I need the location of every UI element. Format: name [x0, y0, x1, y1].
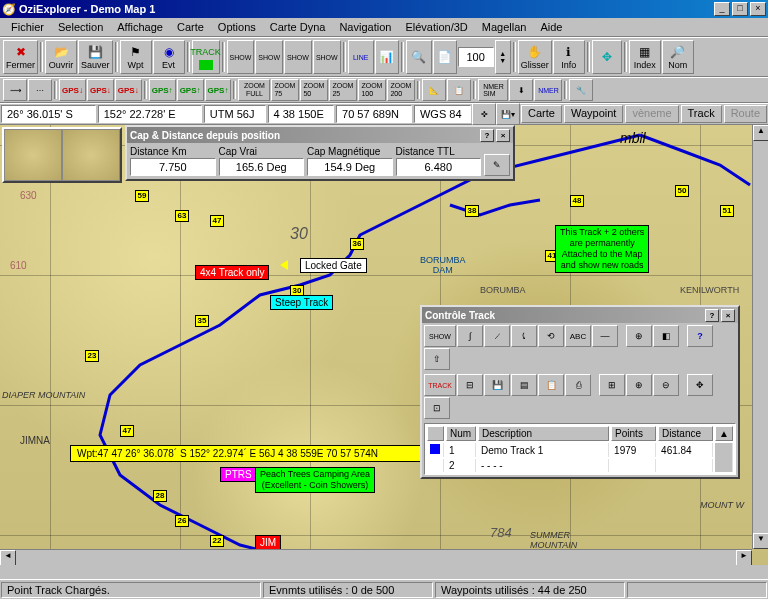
show-btn-3[interactable]: SHOW: [284, 40, 312, 74]
menu-affichage[interactable]: Affichage: [110, 19, 170, 35]
info-button[interactable]: ℹInfo: [553, 40, 585, 74]
panel-help-button[interactable]: ?: [705, 309, 719, 322]
evt-button[interactable]: ◉Evt: [153, 40, 185, 74]
waypoint-marker[interactable]: 50: [675, 185, 689, 197]
menu-navigation[interactable]: Navigation: [332, 19, 398, 35]
waypoint-marker[interactable]: 47: [210, 215, 224, 227]
track-tb2-1[interactable]: ⊟: [457, 374, 483, 396]
menu-carte-dyna[interactable]: Carte Dyna: [263, 19, 333, 35]
zoom-75[interactable]: ZOOM 75: [271, 79, 299, 101]
panel-close-button[interactable]: ×: [721, 309, 735, 322]
track-tool-1[interactable]: ∫: [457, 325, 483, 347]
map-viewport[interactable]: 59 63 47 36 23 35 30 38 48 50 51 43 41 2…: [0, 125, 768, 565]
col-desc[interactable]: Description: [478, 426, 609, 441]
pick-icon-button[interactable]: ✜: [472, 103, 496, 125]
name-button[interactable]: 🔎Nom: [662, 40, 694, 74]
waypoint-marker[interactable]: 63: [175, 210, 189, 222]
gps-btn-5[interactable]: GPS↑: [177, 79, 204, 101]
disk-icon-button[interactable]: 💾▾: [496, 103, 520, 125]
track-help-button[interactable]: ?: [687, 325, 713, 347]
zoom-value-input[interactable]: [458, 47, 494, 67]
menu-aide[interactable]: Aide: [533, 19, 569, 35]
track-tool-3[interactable]: ⤹: [511, 325, 537, 347]
show-btn-4[interactable]: SHOW: [313, 40, 341, 74]
zoom-tool[interactable]: 🔍: [406, 40, 432, 74]
nmea-sim[interactable]: NMERSIM: [478, 79, 508, 101]
track-tool-7[interactable]: ◧: [653, 325, 679, 347]
panel-help-button[interactable]: ?: [480, 129, 494, 142]
nmea-btn[interactable]: NMER: [534, 79, 562, 101]
gps-btn-3[interactable]: GPS↓: [115, 79, 142, 101]
col-distance[interactable]: Distance: [658, 426, 713, 441]
wpt-button[interactable]: ⚑Wpt: [120, 40, 152, 74]
tb2-misc-2[interactable]: 📋: [447, 79, 471, 101]
drag-button[interactable]: ✋Glisser: [518, 40, 552, 74]
menu-selection[interactable]: Selection: [51, 19, 110, 35]
menu-magellan[interactable]: Magellan: [475, 19, 534, 35]
line-button[interactable]: LINE: [348, 40, 374, 74]
show-btn-1[interactable]: SHOW: [227, 40, 255, 74]
track-tool-5[interactable]: —: [592, 325, 618, 347]
waypoint-marker[interactable]: 35: [195, 315, 209, 327]
tb2-btn-1[interactable]: ⟿: [3, 79, 27, 101]
maximize-button[interactable]: □: [732, 2, 748, 16]
waypoint-marker[interactable]: 51: [720, 205, 734, 217]
scroll-right-button[interactable]: ►: [736, 550, 752, 565]
waypoint-marker[interactable]: 23: [85, 350, 99, 362]
track-tb2-6[interactable]: ⊞: [599, 374, 625, 396]
scroll-left-button[interactable]: ◄: [0, 550, 16, 565]
menu-elevation[interactable]: Elévation/3D: [398, 19, 474, 35]
waypoint-marker[interactable]: 26: [175, 515, 189, 527]
save-button[interactable]: 💾Sauver: [78, 40, 113, 74]
track-show-btn[interactable]: SHOW: [424, 325, 456, 347]
zoom-200[interactable]: ZOOM 200: [387, 79, 415, 101]
track-tool-abc[interactable]: ABC: [565, 325, 591, 347]
col-points[interactable]: Points: [611, 426, 656, 441]
track-tb2-10[interactable]: ⊡: [424, 397, 450, 419]
track-tool-4[interactable]: ⟲: [538, 325, 564, 347]
col-num[interactable]: Num: [446, 426, 476, 441]
col-scroll[interactable]: ▲: [715, 426, 733, 441]
waypoint-marker[interactable]: 48: [570, 195, 584, 207]
track-tb2-9[interactable]: ✥: [687, 374, 713, 396]
close-map-button[interactable]: ✖Fermer: [3, 40, 38, 74]
scroll-down-button[interactable]: ▼: [753, 533, 768, 549]
waypoint-marker[interactable]: 38: [465, 205, 479, 217]
close-button[interactable]: ×: [750, 2, 766, 16]
index-button[interactable]: ▦Index: [629, 40, 661, 74]
carte-tab[interactable]: Carte: [521, 105, 562, 123]
track-mode-button[interactable]: TRACK: [192, 40, 220, 74]
menu-fichier[interactable]: Fichier: [4, 19, 51, 35]
evenement-tab[interactable]: vèneme: [625, 105, 678, 123]
tool-btn-2[interactable]: 📄: [433, 40, 457, 74]
track-save-button[interactable]: 💾: [484, 374, 510, 396]
route-tab[interactable]: Route: [724, 105, 767, 123]
pan-arrows-button[interactable]: ✥: [592, 40, 622, 74]
track-mode-btn[interactable]: TRACK: [424, 374, 456, 396]
show-btn-2[interactable]: SHOW: [255, 40, 283, 74]
zoom-full[interactable]: ZOOM FULL: [238, 79, 270, 101]
zoom-50[interactable]: ZOOM 50: [300, 79, 328, 101]
panel-close-button[interactable]: ×: [496, 129, 510, 142]
gps-btn-2[interactable]: GPS↓: [87, 79, 114, 101]
cap-panel-titlebar[interactable]: Cap & Distance depuis position ? ×: [127, 127, 513, 143]
track-tool-2[interactable]: ⟋: [484, 325, 510, 347]
gps-btn-6[interactable]: GPS↑: [205, 79, 232, 101]
zoom-spin[interactable]: ▲▼: [495, 40, 511, 74]
track-tb2-4[interactable]: 📋: [538, 374, 564, 396]
waypoint-marker[interactable]: 28: [153, 490, 167, 502]
track-tb2-3[interactable]: ▤: [511, 374, 537, 396]
scroll-up-button[interactable]: ▲: [753, 125, 768, 141]
zoom-100[interactable]: ZOOM 100: [358, 79, 386, 101]
tb2-btn-2[interactable]: ⋯: [28, 79, 52, 101]
tool-btn-1[interactable]: 📊: [375, 40, 399, 74]
waypoint-tab[interactable]: Waypoint: [564, 105, 623, 123]
gps-btn-4[interactable]: GPS↑: [149, 79, 176, 101]
tb2-misc-3[interactable]: ⬇: [509, 79, 533, 101]
menu-carte[interactable]: Carte: [170, 19, 211, 35]
open-button[interactable]: 📂Ouvrir: [45, 40, 77, 74]
overview-thumbnail[interactable]: [2, 127, 122, 183]
table-row[interactable]: 1 Demo Track 1 1979 461.84: [427, 443, 733, 457]
track-tool-6[interactable]: ⊕: [626, 325, 652, 347]
tb2-misc-1[interactable]: 📐: [422, 79, 446, 101]
